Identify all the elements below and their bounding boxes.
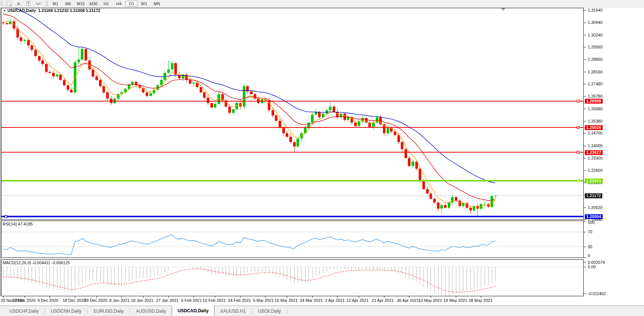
timeframe-button-m5[interactable]: M5 [62,1,74,7]
rsi-axis-label: 100 [588,220,594,225]
date-label: 10 May 2021 [418,298,442,303]
tab-xauusd-h1[interactable]: XAUUSD,H1 [215,306,251,316]
timeframe-button-group: M1M5M15M30H1H4D1W1MN [49,1,163,7]
date-label: 9 Dec 2020 [37,298,58,303]
tab-audusd-daily[interactable]: AUDUSD,Daily [130,306,172,316]
timeframe-button-m15[interactable]: M15 [75,1,87,7]
price-tick-label: 1.26080 [588,107,603,111]
price-tick-label: 1.27480 [588,82,603,86]
chart-ohlc-quote: 1.21168 1.21232 1.21008 1.21172 [38,8,100,13]
date-label: 19 May 2021 [444,298,467,303]
chart-grid-icon[interactable]: F [5,1,13,6]
tab-separator: | [286,306,288,316]
dropdown-caret-icon[interactable]: ▾ [39,2,41,5]
chart-shift-marker-icon[interactable] [501,8,505,11]
price-tick-label: 1.23300 [588,156,603,160]
tab-usdcnh-daily[interactable]: USDCNH,Daily [45,306,87,316]
letter-a-icon[interactable]: A [15,1,22,6]
date-label: 24 Feb 2021 [228,298,251,303]
price-tick-label: 1.26780 [588,94,603,98]
trading-platform-window: { "toolbar": { "icons": [ {"name": "char… [0,0,644,316]
rsi-panel-label: RSI(14) 47.4185 [3,222,33,226]
price-tick-label: 1.30940 [588,20,603,25]
timeframe-button-m1[interactable]: M1 [50,1,61,7]
timeframe-button-m30[interactable]: M30 [88,1,99,7]
price-tick-label: 1.31640 [588,8,603,12]
chart-symbol-label: USDCAD,Daily [7,8,36,13]
toolbar-grip-icon [46,1,48,6]
date-label: 21 Apr 2021 [372,298,394,303]
date-label: 8 Jan 2021 [109,298,129,303]
date-label: 27 Jan 2021 [156,298,179,303]
current-price-tag: 1.21172 [585,193,602,198]
chart-dropdown-icon[interactable]: ▼ [3,9,6,12]
price-tick-label: 1.20520 [588,205,603,210]
date-label: 15 Feb 2021 [203,298,226,303]
price-tick-label: 1.25380 [588,119,603,123]
timeframe-button-d1[interactable]: D1 [126,1,137,7]
price-tick-label: 1.24000 [588,143,603,148]
macd-axis-label: 0.002074 [588,260,605,265]
date-label: 30 Apr 2021 [397,298,419,303]
date-label: 18 Jan 2021 [131,298,153,303]
toolbar: F A T ↘▾ M1M5M15M30H1H4D1W1MN [0,0,644,7]
date-label: 5 Feb 2021 [181,298,202,303]
price-tick-label: 1.28160 [588,70,603,74]
date-label: 29 Dec 2020 [84,298,107,303]
rsi-axis-label: 30 [588,244,592,249]
price-tick-label: 1.30240 [588,33,603,37]
text-tool-icon[interactable]: T [25,1,32,6]
hline-price-tag: 1.20004 [585,214,603,219]
timeframe-button-w1[interactable]: W1 [138,1,150,7]
price-tick-label: 1.24700 [588,131,603,135]
timeframe-button-mn[interactable]: MN [151,1,163,7]
date-label: 2 Apr 2021 [325,298,345,303]
timeframe-button-h1[interactable]: H1 [100,1,112,7]
chart-canvas[interactable] [0,0,644,316]
date-label: 30 Nov 2020 [12,298,35,303]
date-label: 24 Mar 2021 [300,298,323,303]
toolbar-grip-icon [1,1,3,6]
chart-title: ▼USDCAD,Daily 1.21168 1.21232 1.21008 1.… [3,8,100,13]
tab-usdchf-daily[interactable]: USDCHF,Daily [4,306,44,316]
tab-bar: USDCHF,Daily|USDCNH,Daily|EURUSD,Daily|A… [0,306,644,316]
tab-usoil-daily[interactable]: USOil,Daily [253,306,286,316]
hline-price-tag: 1.22021 [585,178,603,183]
date-label: 12 Apr 2021 [346,298,368,303]
price-tick-label: 1.28860 [588,57,603,61]
hline-price-tag: 1.26508 [585,99,603,104]
timeframe-button-h4[interactable]: H4 [113,1,125,7]
macd-axis-label: 0.00 [588,265,596,269]
macd-axis-label: -0.011462 [588,291,606,296]
tab-usdcad-daily[interactable]: USDCAD,Daily [172,306,215,316]
price-tick-label: 1.22600 [588,168,603,173]
date-label: 15 Mar 2021 [275,298,298,303]
tab-eurusd-daily[interactable]: EURUSD,Daily [88,306,129,316]
price-tick-label: 1.29560 [588,45,603,49]
hline-price-tag: 1.25026 [585,125,603,130]
date-label: 5 Mar 2021 [253,298,274,303]
object-arrows-icon[interactable]: ↘▾ [34,1,42,6]
hline-price-tag: 1.23627 [585,150,603,155]
date-label: 28 May 2021 [469,298,492,303]
rsi-axis-label: 70 [588,230,592,234]
macd-panel-label: MACD(12,26,9) -0.004411 -0.006125 [3,260,70,265]
date-label: 18 Dec 2020 [63,298,86,303]
rsi-axis-label: 0 [588,253,590,258]
